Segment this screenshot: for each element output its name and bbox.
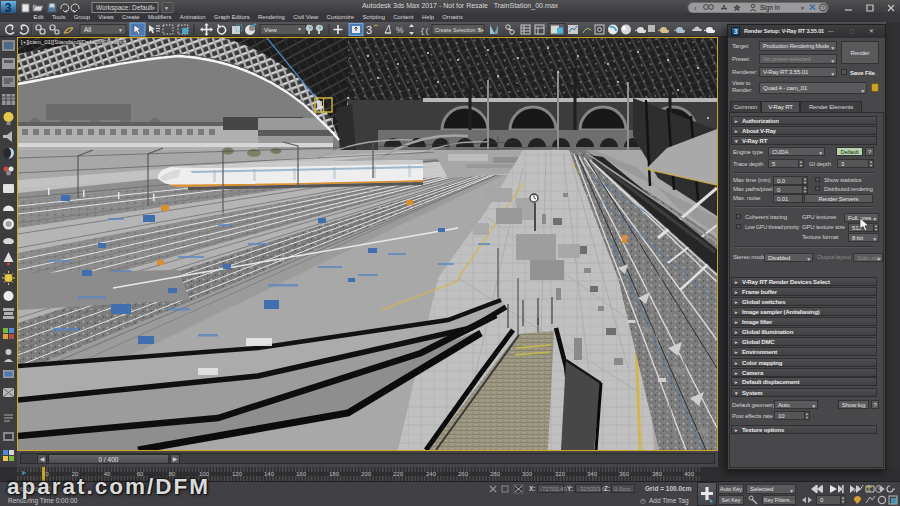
svg-text:▼: ▼ xyxy=(477,26,482,32)
svg-text:140: 140 xyxy=(264,471,275,477)
svg-text:▼: ▼ xyxy=(118,27,123,33)
svg-text:260: 260 xyxy=(458,471,469,477)
svg-text:?: ? xyxy=(822,5,825,11)
svg-text:300: 300 xyxy=(522,471,533,477)
svg-text:380: 380 xyxy=(652,471,663,477)
svg-text:340: 340 xyxy=(587,471,598,477)
svg-text:▼: ▼ xyxy=(151,5,156,11)
svg-text:▼: ▼ xyxy=(297,26,302,32)
svg-text:▼: ▼ xyxy=(164,5,169,11)
svg-text:Sign In: Sign In xyxy=(760,4,781,12)
svg-text:{(: {( xyxy=(420,26,430,35)
svg-text:160: 160 xyxy=(296,471,307,477)
svg-text:200: 200 xyxy=(361,471,372,477)
svg-text:Workspace: Default: Workspace: Default xyxy=(96,4,153,12)
svg-text:120: 120 xyxy=(232,471,243,477)
svg-text:240: 240 xyxy=(426,471,437,477)
svg-text:▼: ▼ xyxy=(800,5,805,11)
svg-text:280: 280 xyxy=(490,471,501,477)
svg-text:400: 400 xyxy=(684,471,695,477)
svg-text:180: 180 xyxy=(329,471,340,477)
svg-text:%: % xyxy=(396,25,404,35)
svg-text:All: All xyxy=(84,26,92,33)
svg-text:360: 360 xyxy=(619,471,630,477)
svg-text:220: 220 xyxy=(393,471,404,477)
svg-text:View: View xyxy=(264,27,278,33)
svg-text:3: 3 xyxy=(366,24,372,36)
svg-text:320: 320 xyxy=(555,471,566,477)
